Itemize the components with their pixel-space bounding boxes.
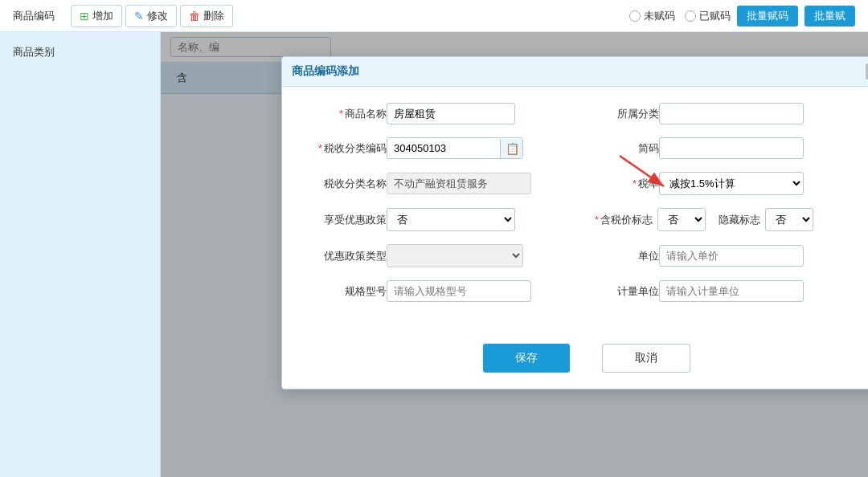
tax-price-section: *含税价标志 否 是 隐藏标志 否 是 — [595, 208, 867, 231]
batch-assign-button[interactable]: 批量赋码 — [737, 6, 798, 26]
tax-code-input-group: 📋 — [387, 137, 523, 159]
delete-label: 删除 — [203, 9, 224, 23]
sidebar-item-category[interactable]: 商品类别 — [0, 39, 160, 66]
policy-type-section: 优惠政策类型 — [306, 244, 579, 267]
preference-section: 享受优惠政策 否 是 — [306, 208, 579, 231]
form-row-5: 优惠政策类型 单位 — [306, 244, 867, 267]
tax-price-label: *含税价标志 — [595, 213, 653, 227]
add-label: 增加 — [92, 9, 113, 23]
modal-dialog: 商品编码添加 × *商品名称 所属分类 — [281, 56, 868, 389]
modal-title: 商品编码添加 — [292, 64, 359, 79]
cancel-button[interactable]: 取消 — [602, 344, 690, 373]
measure-section: 计量单位 — [595, 280, 867, 302]
edit-label: 修改 — [147, 9, 168, 23]
radio-circle-unassigned — [629, 10, 641, 22]
form-row-1: *商品名称 所属分类 — [306, 103, 867, 124]
hidden-select[interactable]: 否 是 — [765, 208, 813, 231]
tax-code-input[interactable] — [387, 138, 500, 158]
radio-group: 未赋码 已赋码 — [629, 9, 731, 23]
delete-button[interactable]: 🗑 删除 — [180, 5, 233, 27]
policy-type-label: 优惠政策类型 — [306, 249, 387, 263]
measure-label: 计量单位 — [595, 284, 659, 299]
preference-select[interactable]: 否 是 — [387, 208, 515, 231]
main-layout: 商品类别 含 商品编码添加 × — [0, 32, 868, 477]
edit-icon: ✎ — [134, 10, 144, 22]
form-row-2: *税收分类编码 📋 简码 — [306, 137, 867, 159]
product-name-label: *商品名称 — [306, 107, 387, 121]
tax-price-select[interactable]: 否 是 — [657, 208, 706, 231]
page-title: 商品编码 — [13, 9, 55, 23]
unit-input[interactable] — [659, 245, 804, 267]
sidebar: 商品类别 — [0, 32, 161, 477]
tax-code-section: *税收分类编码 📋 — [306, 137, 579, 159]
spec-label: 规格型号 — [306, 284, 387, 299]
short-code-input[interactable] — [659, 137, 804, 159]
modal-body: *商品名称 所属分类 *税收分类编码 — [282, 87, 868, 331]
tax-rate-label: *税率 — [595, 177, 659, 191]
form-row-6: 规格型号 计量单位 — [306, 280, 867, 302]
modal-header: 商品编码添加 × — [282, 57, 868, 87]
content-area: 含 商品编码添加 × *商品名称 — [161, 32, 868, 477]
save-button[interactable]: 保存 — [483, 344, 570, 373]
tax-cat-name-input — [387, 173, 531, 194]
short-code-label: 简码 — [595, 141, 659, 156]
preference-label: 享受优惠政策 — [306, 213, 387, 227]
modal-footer: 保存 取消 — [282, 331, 868, 389]
tax-cat-name-section: 税收分类名称 — [306, 173, 579, 194]
top-bar: 商品编码 ⊞ 增加 ✎ 修改 🗑 删除 未赋码 已赋码 批量赋码 批量赋 — [0, 0, 868, 32]
form-row-4: 享受优惠政策 否 是 *含税价标志 否 是 — [306, 208, 867, 231]
category-label: 所属分类 — [595, 107, 659, 121]
tax-code-label: *税收分类编码 — [306, 141, 387, 156]
delete-icon: 🗑 — [189, 10, 200, 22]
form-row-3: 税收分类名称 *税率 减按1.5%计算 3% 6% 9% 13% — [306, 172, 867, 195]
radio-circle-assigned — [685, 10, 696, 22]
edit-button[interactable]: ✎ 修改 — [125, 5, 177, 27]
measure-input[interactable] — [659, 280, 804, 302]
tax-code-lookup-icon[interactable]: 📋 — [500, 139, 523, 158]
radio-assigned[interactable]: 已赋码 — [685, 9, 731, 23]
spec-input[interactable] — [387, 280, 531, 302]
tax-rate-section: *税率 减按1.5%计算 3% 6% 9% 13% — [595, 172, 867, 195]
radio-unassigned[interactable]: 未赋码 — [629, 9, 675, 23]
category-section: 所属分类 — [595, 103, 867, 124]
add-icon: ⊞ — [80, 10, 89, 22]
product-name-input[interactable] — [387, 103, 515, 124]
unit-label: 单位 — [595, 249, 659, 263]
unit-section: 单位 — [595, 245, 867, 267]
product-name-section: *商品名称 — [306, 103, 579, 124]
hidden-label: 隐藏标志 — [719, 213, 760, 227]
top-right-controls: 未赋码 已赋码 批量赋码 批量赋 — [629, 6, 855, 26]
tax-cat-name-label: 税收分类名称 — [306, 177, 387, 191]
add-button[interactable]: ⊞ 增加 — [71, 5, 122, 27]
spec-section: 规格型号 — [306, 280, 579, 302]
batch-button2[interactable]: 批量赋 — [805, 6, 855, 26]
short-code-section: 简码 — [595, 137, 867, 159]
policy-type-select[interactable] — [387, 244, 523, 267]
tax-rate-select[interactable]: 减按1.5%计算 3% 6% 9% 13% — [659, 172, 804, 195]
category-input[interactable] — [659, 103, 804, 124]
